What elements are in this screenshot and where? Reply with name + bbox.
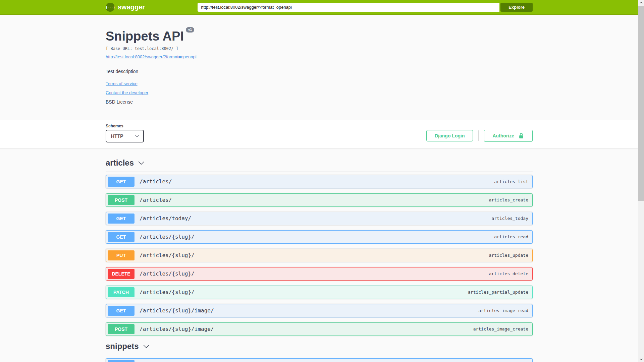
operation-row[interactable]: GET /snippets/ snippets_list bbox=[106, 358, 533, 362]
operation-path: /articles/{slug}/image/ bbox=[140, 307, 214, 314]
method-badge: GET bbox=[108, 214, 135, 224]
schemes-label: Schemes bbox=[106, 124, 144, 128]
operation-path: /articles/ bbox=[140, 178, 172, 185]
operation-row[interactable]: GET /articles/{slug}/ articles_read bbox=[106, 230, 533, 244]
operation-id: articles_read bbox=[494, 234, 528, 239]
license-text: BSD License bbox=[106, 99, 533, 105]
method-badge: GET bbox=[108, 177, 135, 187]
schemes-select[interactable]: HTTP bbox=[106, 130, 144, 142]
explore-button[interactable]: Explore bbox=[500, 3, 533, 12]
section-title: articles bbox=[106, 158, 134, 168]
operation-row[interactable]: GET /articles/today/ articles_today bbox=[106, 212, 533, 225]
scroll-down-arrow-icon[interactable] bbox=[638, 356, 644, 362]
operation-id: articles_delete bbox=[489, 271, 528, 276]
vertical-scrollbar[interactable] bbox=[638, 0, 644, 362]
method-badge: POST bbox=[108, 324, 135, 334]
terms-of-service-link[interactable]: Terms of service bbox=[106, 81, 138, 86]
api-section: snippets GET /snippets/ snippets_list bbox=[106, 341, 533, 362]
method-badge: GET bbox=[108, 232, 135, 242]
operations-sections: articles GET /articles/ articles_list PO… bbox=[106, 148, 533, 362]
operation-path: /articles/{slug}/ bbox=[140, 252, 195, 258]
operation-id: articles_partial_update bbox=[468, 290, 528, 295]
scheme-band: Schemes HTTP Django Login Authorize bbox=[0, 120, 638, 148]
chevron-down-icon bbox=[135, 134, 139, 138]
operation-row[interactable]: PUT /articles/{slug}/ articles_update bbox=[106, 249, 533, 262]
api-url-input[interactable] bbox=[198, 3, 499, 12]
operation-path: /articles/ bbox=[140, 197, 172, 203]
operation-path: /articles/{slug}/image/ bbox=[140, 326, 214, 332]
version-badge: v1 bbox=[186, 27, 194, 33]
api-description: Test description bbox=[106, 69, 533, 74]
spec-link[interactable]: http://test.local:8002/swagger/?format=o… bbox=[106, 54, 197, 59]
chevron-down-icon bbox=[143, 343, 150, 350]
operation-id: articles_list bbox=[494, 179, 528, 184]
schemes-selected-value: HTTP bbox=[111, 133, 123, 139]
operation-row[interactable]: POST /articles/ articles_create bbox=[106, 193, 533, 207]
operation-id: articles_image_read bbox=[478, 308, 528, 313]
authorize-button[interactable]: Authorize bbox=[484, 130, 533, 142]
operation-row[interactable]: POST /articles/{slug}/image/ articles_im… bbox=[106, 322, 533, 336]
operation-row[interactable]: DELETE /articles/{slug}/ articles_delete bbox=[106, 267, 533, 281]
method-badge: PUT bbox=[108, 250, 135, 260]
scroll-up-arrow-icon[interactable] bbox=[638, 0, 644, 6]
method-badge: POST bbox=[108, 195, 135, 205]
operation-row[interactable]: GET /articles/ articles_list bbox=[106, 175, 533, 188]
operation-row[interactable]: PATCH /articles/{slug}/ articles_partial… bbox=[106, 286, 533, 299]
scrollbar-thumb[interactable] bbox=[638, 6, 644, 201]
operation-id: articles_image_create bbox=[473, 326, 528, 331]
operation-id: articles_update bbox=[489, 253, 528, 258]
method-badge: DELETE bbox=[108, 269, 135, 279]
brand-name: swagger bbox=[118, 3, 145, 11]
operation-path: /articles/{slug}/ bbox=[140, 234, 195, 240]
operation-id: articles_create bbox=[489, 197, 528, 202]
contact-developer-link[interactable]: Contact the developer bbox=[106, 90, 148, 95]
chevron-down-icon bbox=[138, 160, 145, 166]
api-section: articles GET /articles/ articles_list PO… bbox=[106, 158, 533, 336]
operation-row[interactable]: GET /articles/{slug}/image/ articles_ima… bbox=[106, 304, 533, 317]
operation-path: /articles/{slug}/ bbox=[140, 270, 195, 277]
page-title: Snippets APIv1 bbox=[106, 28, 533, 45]
swagger-logo-icon: {···} bbox=[106, 3, 115, 12]
auth-group: Django Login Authorize bbox=[426, 130, 533, 142]
authorize-label: Authorize bbox=[492, 133, 514, 138]
swagger-brand[interactable]: {···} swagger bbox=[106, 3, 145, 12]
operation-path: /articles/today/ bbox=[140, 215, 191, 222]
operation-path: /articles/{slug}/ bbox=[140, 289, 195, 295]
operation-list: GET /articles/ articles_list POST /artic… bbox=[106, 172, 533, 336]
operation-id: articles_today bbox=[491, 216, 528, 221]
explore-form: Explore bbox=[198, 3, 533, 12]
auth-divider bbox=[478, 130, 479, 141]
method-badge: GET bbox=[108, 306, 135, 316]
base-url: [ Base URL: test.local:8002/ ] bbox=[106, 46, 533, 51]
django-login-button[interactable]: Django Login bbox=[426, 130, 473, 141]
api-title-text: Snippets API bbox=[106, 29, 184, 43]
topbar: {···} swagger Explore bbox=[0, 0, 638, 15]
section-title: snippets bbox=[106, 341, 139, 352]
operation-list: GET /snippets/ snippets_list bbox=[106, 355, 533, 362]
section-header[interactable]: articles bbox=[106, 158, 533, 172]
info-section: Snippets APIv1 [ Base URL: test.local:80… bbox=[0, 15, 638, 120]
unlock-icon bbox=[518, 133, 524, 139]
method-badge: PATCH bbox=[108, 287, 135, 297]
schemes-group: Schemes HTTP bbox=[106, 124, 144, 142]
method-badge: GET bbox=[108, 360, 135, 362]
section-header[interactable]: snippets bbox=[106, 341, 533, 355]
